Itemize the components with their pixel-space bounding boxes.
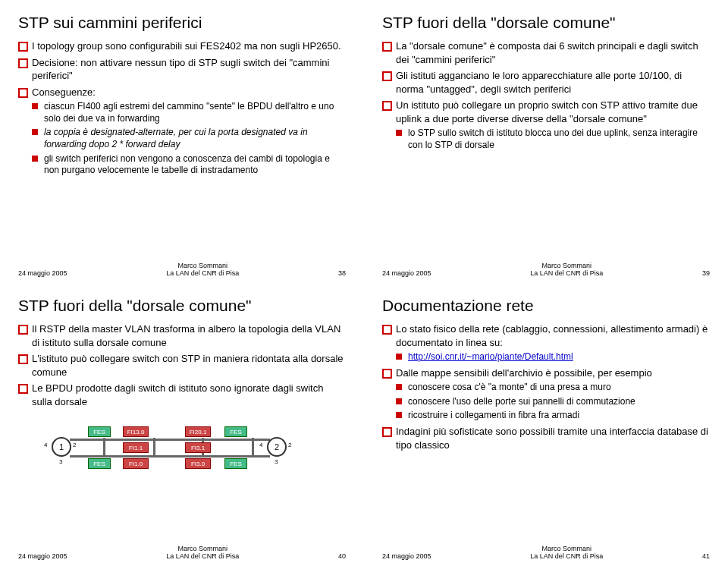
bullet: Conseguenze: ciascun FI400 agli estremi … [18,86,346,177]
fi-box: FI20.1 [185,426,211,437]
bullet-list: La "dorsale comune" è composta dai 6 swi… [382,39,710,154]
footer-page: 38 [338,269,346,277]
port-label: 3 [59,458,62,465]
bullet: Il RSTP della master VLAN trasforma in a… [18,322,346,349]
fi-box: FI1.0 [123,458,149,469]
sub-list: ciascun FI400 agli estremi del cammino "… [32,101,346,177]
footer-page: 39 [702,269,710,277]
sub-bullet: ciascun FI400 agli estremi del cammino "… [32,101,346,124]
bullet-list: Lo stato fisico della rete (cablaggio, c… [382,322,710,454]
sub-bullet: conoscere l'uso delle porte sui pannelli… [396,396,710,408]
footer-date: 24 maggio 2005 [382,269,431,277]
bullet: La "dorsale comune" è composta dai 6 swi… [382,39,710,66]
footer-center: Marco Sommani La LAN del CNR di Pisa [166,262,239,277]
footer-org: La LAN del CNR di Pisa [530,269,603,277]
node-1: 1 [52,437,71,457]
fes-box: FES [224,458,247,469]
sub-bullet: lo STP sullo switch di istituto blocca u… [396,127,710,151]
footer-org: La LAN del CNR di Pisa [166,269,239,277]
sub-list: lo STP sullo switch di istituto blocca u… [396,127,710,151]
sub-bullet: ricostruire i collegamenti in fibra fra … [396,410,710,422]
fi-box: FI1.1 [123,442,149,453]
footer-org: La LAN del CNR di Pisa [166,552,239,560]
slide-40: STP fuori della "dorsale comune" Il RSTP… [0,283,364,566]
port-label: 2 [73,442,76,448]
footer-author: Marco Sommani [166,545,239,552]
bullet: Gli istituti agganciano le loro apparecc… [382,69,710,96]
slide-38: STP sui cammini periferici I topology gr… [0,0,364,283]
network-diagram: FES FES FES FES FI13.0 FI20.1 FI1.1 FI3.… [33,416,306,469]
sub-list: conoscere cosa c'è "a monte" di una pres… [396,382,710,422]
footer-center: Marco Sommani La LAN del CNR di Pisa [530,545,603,560]
footer-page: 41 [702,552,710,560]
footer-date: 24 maggio 2005 [18,552,67,560]
fes-box: FES [88,426,111,437]
bullet: Dalle mappe sensibili dell'archivio è po… [382,366,710,422]
vline [252,438,254,458]
footer-author: Marco Sommani [166,262,239,269]
footer-center: Marco Sommani La LAN del CNR di Pisa [530,262,603,277]
sub-list: http://soi.cnr.it/~mario/piante/Default.… [396,351,710,363]
footer-date: 24 maggio 2005 [382,552,431,560]
footer-page: 40 [338,552,346,560]
bullet-text: Conseguenze: [32,86,96,98]
footer-author: Marco Sommani [530,262,603,269]
sub-bullet: http://soi.cnr.it/~mario/piante/Default.… [396,351,710,363]
bullet-text: Dalle mappe sensibili dell'archivio è po… [396,367,652,379]
fes-box: FES [88,458,111,469]
slide-title: Documentazione rete [382,297,710,315]
doc-link[interactable]: http://soi.cnr.it/~mario/piante/Default.… [408,351,573,362]
footer-org: La LAN del CNR di Pisa [530,552,603,560]
sub-bullet: gli switch periferici non vengono a cono… [32,153,346,177]
vline [153,438,155,458]
port-label: 3 [275,458,278,465]
footer-center: Marco Sommani La LAN del CNR di Pisa [166,545,239,560]
slide-footer: 24 maggio 2005 Marco Sommani La LAN del … [18,257,346,277]
footer-date: 24 maggio 2005 [18,269,67,277]
fi-box: FI13.0 [123,426,149,437]
slide-41: Documentazione rete Lo stato fisico dell… [364,283,728,566]
sub-bullet: la coppia è designated-alternate, per cu… [32,127,346,150]
bullet: Decisione: non attivare nessun tipo di S… [18,56,346,83]
bullet: L'istituto può collegare switch con STP … [18,352,346,379]
bus-line-bottom [70,455,270,458]
slide-title: STP fuori della "dorsale comune" [382,14,710,32]
port-label: 4 [259,442,262,448]
bullet: Indagini più sofisticate sono possibili … [382,425,710,451]
bullet: Le BPDU prodotte dagli switch di istitut… [18,382,346,408]
vline [103,438,105,458]
bus-line-top [70,439,270,441]
footer-author: Marco Sommani [530,545,603,552]
slide-title: STP sui cammini periferici [18,14,346,32]
bullet-text: Un istituto può collegare un proprio swi… [396,99,698,124]
bullet-list: I topology group sono configurabili sui … [18,39,346,180]
slide-footer: 24 maggio 2005 Marco Sommani La LAN del … [382,540,710,560]
port-label: 4 [44,442,47,448]
slide-footer: 24 maggio 2005 Marco Sommani La LAN del … [382,257,710,277]
bullet-text: Lo stato fisico della rete (cablaggio, c… [396,323,708,348]
slide-39: STP fuori della "dorsale comune" La "dor… [364,0,728,283]
fi-box: FI3.1 [185,442,211,453]
bullet: I topology group sono configurabili sui … [18,39,346,53]
slide-footer: 24 maggio 2005 Marco Sommani La LAN del … [18,540,346,560]
bullet-list: Il RSTP della master VLAN trasforma in a… [18,322,346,411]
bullet: Un istituto può collegare un proprio swi… [382,99,710,151]
fi-box: FI3.0 [185,458,211,469]
fes-box: FES [224,426,247,437]
slide-title: STP fuori della "dorsale comune" [18,297,346,315]
sub-bullet: conoscere cosa c'è "a monte" di una pres… [396,382,710,394]
bullet: Lo stato fisico della rete (cablaggio, c… [382,322,710,363]
port-label: 2 [288,442,291,448]
node-2: 2 [267,437,287,457]
